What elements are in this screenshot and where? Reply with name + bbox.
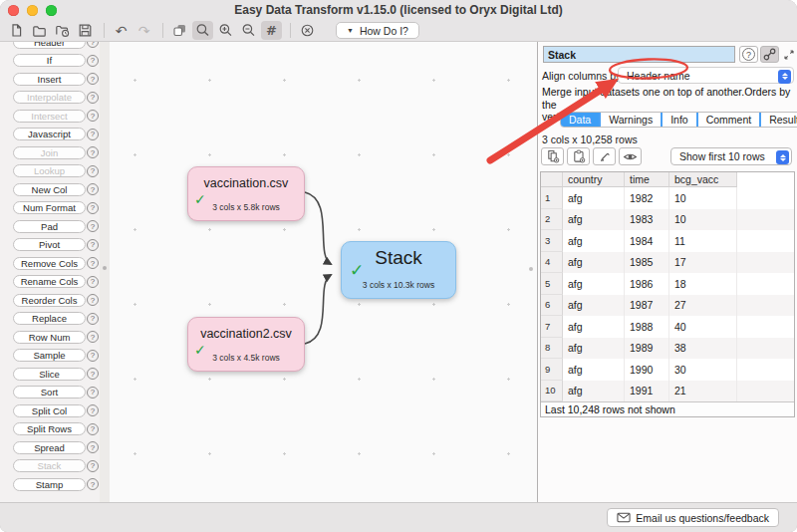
help-icon[interactable]: ? bbox=[87, 55, 99, 67]
sidebar-item-slice[interactable]: Slice bbox=[13, 368, 86, 381]
undo-icon[interactable]: ↶ bbox=[111, 21, 132, 40]
table-row[interactable]: 8afg198938 bbox=[541, 338, 794, 360]
align-columns-value: Header name bbox=[627, 70, 690, 82]
workflow-canvas[interactable]: ✓ vaccination.csv 3 cols x 5.8k rows ✓ v… bbox=[110, 42, 537, 502]
link-button[interactable] bbox=[760, 46, 779, 63]
copy-to-clipboard-button[interactable] bbox=[567, 147, 590, 165]
help-icon[interactable]: ? bbox=[87, 183, 99, 195]
new-file-icon[interactable] bbox=[6, 21, 27, 40]
sidebar-item-split-rows[interactable]: Split Rows bbox=[13, 422, 86, 435]
sidebar-item-sample[interactable]: Sample bbox=[13, 349, 86, 362]
sidebar-item-rename-cols[interactable]: Rename Cols bbox=[13, 275, 86, 288]
window-title: Easy Data Transform v1.15.0 (licensed to… bbox=[0, 3, 797, 17]
copy-data-button[interactable] bbox=[541, 147, 564, 165]
table-row[interactable]: 6afg198727 bbox=[541, 295, 794, 317]
tab-data[interactable]: Data bbox=[561, 113, 599, 127]
help-icon[interactable]: ? bbox=[87, 42, 99, 48]
node-vaccination2-csv[interactable]: ✓ vaccination2.csv 3 cols x 4.5k rows bbox=[187, 317, 305, 372]
save-icon[interactable] bbox=[75, 21, 96, 40]
sidebar-item-header[interactable]: Header bbox=[13, 42, 86, 49]
sidebar-item-num-format[interactable]: Num Format bbox=[13, 201, 86, 214]
table-row[interactable]: 4afg198517 bbox=[541, 252, 794, 274]
help-icon[interactable]: ? bbox=[87, 423, 99, 435]
expand-panel-button[interactable] bbox=[781, 46, 797, 63]
help-icon[interactable]: ? bbox=[87, 165, 99, 177]
help-icon[interactable]: ? bbox=[87, 239, 99, 251]
help-icon[interactable]: ? bbox=[87, 92, 99, 104]
column-header-time[interactable]: time bbox=[625, 172, 669, 187]
help-icon[interactable]: ? bbox=[87, 404, 99, 416]
help-icon[interactable]: ? bbox=[87, 129, 99, 140]
sidebar-item-pivot[interactable]: Pivot bbox=[13, 238, 86, 251]
sidebar-item-reorder-cols[interactable]: Reorder Cols bbox=[13, 294, 86, 307]
tab-warnings[interactable]: Warnings bbox=[601, 113, 661, 127]
sidebar-item-spread[interactable]: Spread bbox=[13, 441, 86, 454]
sidebar-item-pad[interactable]: Pad bbox=[13, 220, 86, 233]
table-row[interactable]: 3afg198411 bbox=[541, 230, 794, 252]
table-row[interactable]: 7afg198840 bbox=[541, 316, 794, 338]
table-row[interactable]: 5afg198618 bbox=[541, 273, 794, 295]
help-icon[interactable]: ? bbox=[87, 146, 99, 158]
help-icon[interactable]: ? bbox=[87, 220, 99, 232]
help-icon[interactable]: ? bbox=[87, 387, 99, 399]
zoom-in-icon[interactable] bbox=[215, 21, 236, 40]
transform-sidebar: Header?If?Insert?Interpolate?Intersect?J… bbox=[0, 42, 100, 502]
sidebar-item-insert[interactable]: Insert bbox=[13, 73, 86, 86]
how-do-i-button[interactable]: ▼ How Do I? bbox=[336, 22, 419, 39]
zoom-out-icon[interactable] bbox=[238, 21, 259, 40]
help-icon[interactable]: ? bbox=[87, 73, 99, 85]
help-icon[interactable]: ? bbox=[87, 460, 99, 472]
sidebar-item-if[interactable]: If bbox=[13, 54, 86, 67]
help-icon[interactable]: ? bbox=[87, 257, 99, 269]
email-feedback-button[interactable]: Email us questions/feedback bbox=[607, 508, 779, 527]
table-row[interactable]: 1afg198210 bbox=[541, 187, 794, 209]
preview-button[interactable] bbox=[619, 147, 642, 165]
help-icon[interactable]: ? bbox=[87, 110, 99, 122]
node-vaccination-csv[interactable]: ✓ vaccination.csv 3 cols x 5.8k rows bbox=[187, 166, 305, 221]
help-icon[interactable]: ? bbox=[87, 478, 99, 490]
tab-info[interactable]: Info bbox=[663, 113, 696, 127]
help-icon[interactable]: ? bbox=[87, 331, 99, 343]
transform-name-field[interactable] bbox=[543, 46, 735, 63]
sidebar-item-stamp[interactable]: Stamp bbox=[13, 478, 86, 491]
sidebar-item-row-num[interactable]: Row Num bbox=[13, 331, 86, 344]
table-row[interactable]: 10afg199121 bbox=[541, 381, 794, 402]
show-rows-dropdown[interactable]: Show first 10 rows bbox=[670, 147, 792, 165]
panel-splitter-handle-icon[interactable] bbox=[529, 267, 533, 271]
remove-item-icon[interactable] bbox=[297, 21, 318, 40]
align-columns-dropdown[interactable]: Header name bbox=[618, 67, 794, 84]
help-icon: ? bbox=[742, 48, 755, 61]
recent-files-icon[interactable] bbox=[52, 21, 73, 40]
help-icon[interactable]: ? bbox=[87, 350, 99, 362]
column-header-country[interactable]: country bbox=[563, 172, 625, 187]
tab-results[interactable]: Results bbox=[761, 113, 797, 127]
open-folder-icon[interactable] bbox=[29, 21, 50, 40]
sidebar-item-replace[interactable]: Replace bbox=[13, 312, 86, 325]
layers-icon[interactable] bbox=[169, 21, 190, 40]
edit-data-button[interactable] bbox=[593, 147, 616, 165]
sidebar-item-split-col[interactable]: Split Col bbox=[13, 404, 86, 417]
chain-icon bbox=[762, 47, 777, 62]
table-cell: 1982 bbox=[625, 187, 669, 209]
node-stack[interactable]: ✓ Stack 3 cols x 10.3k rows bbox=[341, 241, 456, 299]
sidebar-item-sort[interactable]: Sort bbox=[13, 386, 86, 399]
help-icon[interactable]: ? bbox=[87, 368, 99, 380]
sidebar-item-remove-cols[interactable]: Remove Cols bbox=[13, 257, 86, 270]
column-header-bcg_vacc[interactable]: bcg_vacc bbox=[669, 172, 737, 187]
help-icon[interactable]: ? bbox=[87, 202, 99, 214]
table-row[interactable]: 2afg198310 bbox=[541, 209, 794, 231]
help-icon[interactable]: ? bbox=[87, 313, 99, 325]
sidebar-item-new-col[interactable]: New Col bbox=[13, 183, 86, 196]
help-icon[interactable]: ? bbox=[87, 294, 99, 306]
help-icon[interactable]: ? bbox=[87, 276, 99, 288]
sidebar-row: Split Col? bbox=[0, 401, 100, 420]
zoom-tool-icon[interactable] bbox=[192, 21, 213, 40]
sidebar-row: Intersect? bbox=[0, 107, 100, 126]
sidebar-item-javascript[interactable]: Javascript bbox=[13, 128, 86, 140]
sidebar-splitter[interactable] bbox=[100, 42, 110, 502]
tab-comment[interactable]: Comment bbox=[698, 113, 760, 127]
table-row[interactable]: 9afg199030 bbox=[541, 359, 794, 381]
snap-grid-icon[interactable]: # bbox=[261, 21, 282, 40]
help-icon[interactable]: ? bbox=[87, 441, 99, 453]
help-button[interactable]: ? bbox=[739, 46, 758, 63]
